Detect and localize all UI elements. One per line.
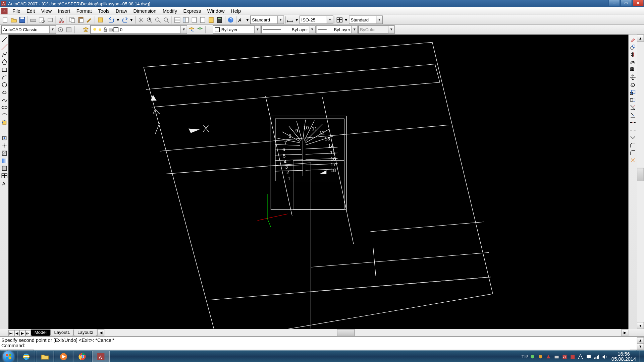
tray-icon[interactable] (554, 354, 560, 360)
taskbar-media-player[interactable] (55, 351, 72, 362)
make-block-button[interactable] (0, 134, 8, 142)
taskbar-explorer[interactable] (36, 351, 54, 362)
layer-dropdown[interactable]: 0▼ (90, 25, 187, 34)
polyline-button[interactable] (0, 51, 8, 58)
mirror-button[interactable] (629, 51, 637, 58)
minimize-button[interactable]: ─ (608, 0, 620, 6)
gradient-button[interactable] (0, 157, 8, 165)
circle-button[interactable] (0, 81, 8, 88)
scale-button[interactable] (629, 88, 637, 96)
tray-icon[interactable] (570, 354, 576, 360)
tab-last-button[interactable]: ⏭ (25, 330, 31, 336)
arc-button[interactable] (0, 73, 8, 81)
polygon-button[interactable] (0, 58, 8, 66)
menu-draw[interactable]: Draw (113, 8, 130, 14)
pan-button[interactable] (137, 16, 145, 24)
sheet-set-button[interactable] (199, 16, 207, 24)
lineweight-dropdown[interactable]: ByLayer▼ (316, 25, 358, 34)
rotate-button[interactable] (629, 81, 637, 88)
workspace-dropdown[interactable]: AutoCAD Classic▼ (1, 25, 56, 34)
tray-icon[interactable] (578, 354, 584, 360)
taskbar-ie[interactable] (17, 351, 35, 362)
revision-cloud-button[interactable] (0, 88, 8, 96)
save-button[interactable] (18, 16, 26, 24)
layer-previous-button[interactable] (187, 25, 196, 34)
doc-icon[interactable]: A (1, 8, 8, 14)
menu-modify[interactable]: Modify (160, 8, 180, 14)
tab-next-button[interactable]: ▶ (20, 330, 25, 336)
explode-button[interactable] (629, 156, 637, 164)
region-button[interactable] (0, 164, 8, 172)
mtext-button[interactable]: A (0, 179, 8, 187)
text-style-button[interactable]: ▾ (245, 16, 250, 24)
taskbar-chrome[interactable] (73, 351, 91, 362)
paste-button[interactable] (77, 16, 85, 24)
ellipse-button[interactable] (0, 104, 8, 111)
table-style-dropdown[interactable]: Standard▼ (349, 15, 383, 24)
dim-style-button[interactable]: ▾ (294, 16, 299, 24)
menu-tools[interactable]: Tools (95, 8, 113, 14)
menu-window[interactable]: Window (204, 8, 227, 14)
trim-button[interactable] (629, 104, 637, 111)
show-desktop-button[interactable] (640, 351, 642, 362)
offset-button[interactable] (629, 58, 637, 66)
horizontal-scrollbar[interactable] (104, 329, 621, 336)
taskbar-autocad[interactable]: A (92, 351, 110, 362)
command-window[interactable]: Specify second point or [Exit/Undo] <Exi… (0, 336, 644, 350)
undo-dropdown[interactable]: ▾ (116, 16, 120, 24)
extend-button[interactable] (629, 111, 637, 119)
tray-icon[interactable] (530, 354, 536, 360)
construction-line-button[interactable] (0, 43, 8, 51)
layer-properties-button[interactable] (82, 25, 90, 34)
dim-style-dropdown[interactable]: ISO-25▼ (300, 15, 333, 24)
zoom-window-button[interactable] (154, 16, 162, 24)
menu-help[interactable]: Help (228, 8, 244, 14)
join-button[interactable] (629, 134, 637, 141)
tray-icon[interactable]: a (562, 354, 568, 360)
action-center-icon[interactable] (586, 354, 592, 360)
command-scrollbar[interactable]: ▲▼ (637, 337, 644, 350)
tool-palettes-button[interactable] (190, 16, 198, 24)
plot-preview-button[interactable] (38, 16, 46, 24)
language-indicator[interactable]: TR (522, 354, 528, 359)
design-center-button[interactable] (182, 16, 190, 24)
menu-edit[interactable]: Edit (23, 8, 38, 14)
undo-button[interactable] (108, 16, 116, 24)
layout1-tab[interactable]: Layout1 (50, 329, 74, 336)
erase-button[interactable] (629, 36, 637, 43)
cut-button[interactable] (57, 16, 65, 24)
close-button[interactable]: ✕ (632, 0, 644, 6)
plot-button[interactable] (29, 16, 37, 24)
move-button[interactable] (629, 73, 637, 81)
block-editor-button[interactable] (97, 16, 105, 24)
menu-file[interactable]: File (9, 8, 23, 14)
clock[interactable]: 16:56 05.08.2014 (610, 352, 638, 361)
redo-button[interactable] (121, 16, 129, 24)
layout2-tab[interactable]: Layout2 (73, 329, 97, 336)
tray-icon[interactable] (538, 354, 544, 360)
scroll-right-button[interactable]: ▶ (621, 329, 628, 336)
open-button[interactable] (10, 16, 18, 24)
insert-block-button[interactable] (0, 119, 8, 126)
stretch-button[interactable] (629, 96, 637, 104)
table-style-button[interactable]: ▾ (344, 16, 348, 24)
break-at-point-button[interactable] (629, 119, 637, 126)
zoom-previous-button[interactable] (162, 16, 170, 24)
copy-button[interactable] (68, 16, 76, 24)
color-dropdown[interactable]: ByLayer▼ (213, 25, 261, 34)
model-tab[interactable]: Model (31, 329, 51, 336)
spline-button[interactable] (0, 96, 8, 104)
linetype-dropdown[interactable]: ByLayer▼ (261, 25, 316, 34)
layer-states-button[interactable] (196, 25, 204, 34)
vertical-scrollbar[interactable]: ▲ ▼ (637, 35, 644, 329)
break-button[interactable] (629, 126, 637, 134)
scroll-up-button[interactable]: ▲ (637, 35, 644, 42)
scroll-down-button[interactable]: ▼ (637, 322, 644, 329)
line-button[interactable] (0, 36, 8, 43)
workspace-settings-button[interactable] (56, 25, 64, 34)
rectangle-button[interactable] (0, 66, 8, 73)
menu-dimension[interactable]: Dimension (130, 8, 159, 14)
fillet-button[interactable] (629, 149, 637, 157)
redo-dropdown[interactable]: ▾ (129, 16, 134, 24)
scroll-left-button[interactable]: ◀ (97, 329, 104, 336)
